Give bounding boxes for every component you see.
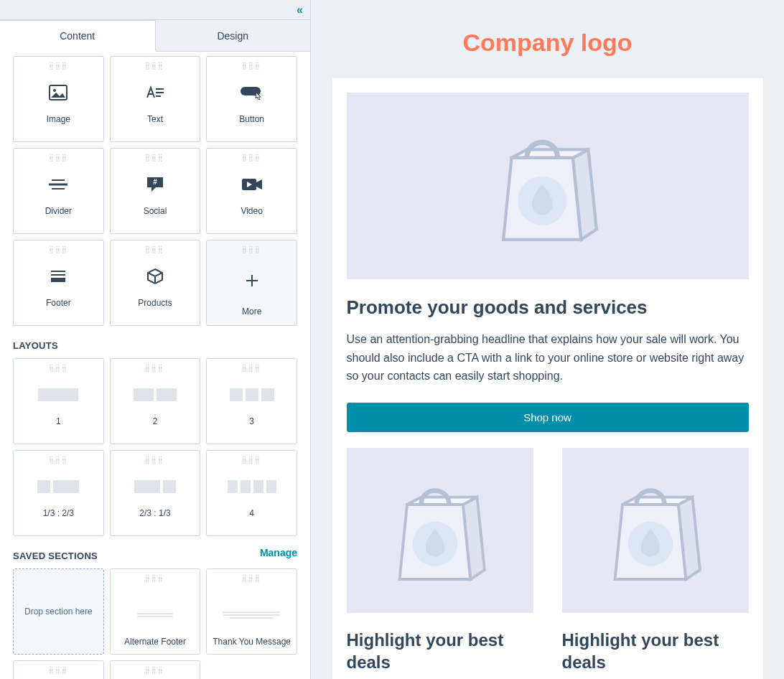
tile-label: Products	[138, 298, 172, 308]
svg-point-2	[53, 89, 56, 92]
tile-products[interactable]: ⠿⠿⠿⠿⠿⠿ Products	[110, 240, 201, 326]
company-logo-text[interactable]: Company logo	[332, 29, 763, 57]
layouts-heading: LAYOUTS	[13, 340, 297, 351]
social-icon: #	[146, 172, 164, 197]
drag-handle-icon: ⠿⠿⠿⠿⠿⠿	[145, 156, 164, 161]
layout-tiles: ⠿⠿⠿⠿⠿⠿1⠿⠿⠿⠿⠿⠿2⠿⠿⠿⠿⠿⠿3⠿⠿⠿⠿⠿⠿1/3 : 2/3⠿⠿⠿⠿…	[13, 358, 297, 536]
tile-social[interactable]: ⠿⠿⠿⠿⠿⠿ # Social	[110, 148, 201, 234]
drag-handle-icon: ⠿⠿⠿⠿⠿⠿	[49, 458, 68, 464]
layout-label: 4	[249, 508, 254, 518]
drag-handle-icon: ⠿⠿⠿⠿⠿⠿	[242, 64, 261, 70]
footer-icon	[50, 263, 67, 289]
plus-icon	[245, 268, 259, 294]
tile-more[interactable]: ⠿⠿⠿⠿⠿⠿ More	[206, 240, 297, 326]
drag-handle-icon: ⠿⠿⠿⠿⠿⠿	[242, 366, 261, 372]
saved-label: Thank You Message	[207, 637, 297, 647]
tile-button[interactable]: ⠿⠿⠿⠿⠿⠿ Button	[206, 56, 297, 142]
saved-section-extra-2[interactable]: ⠿⠿⠿⠿⠿⠿	[110, 660, 201, 679]
saved-sections-heading: SAVED SECTIONS	[13, 551, 98, 561]
tile-footer[interactable]: ⠿⠿⠿⠿⠿⠿ Footer	[13, 240, 104, 326]
layout-label: 1	[56, 416, 61, 426]
hero-image-placeholder[interactable]	[347, 93, 749, 279]
drag-handle-icon: ⠿⠿⠿⠿⠿⠿	[49, 64, 68, 70]
drag-handle-icon: ⠿⠿⠿⠿⠿⠿	[49, 668, 68, 674]
drag-handle-icon: ⠿⠿⠿⠿⠿⠿	[242, 458, 261, 464]
tile-label: Button	[239, 114, 264, 124]
drag-handle-icon: ⠿⠿⠿⠿⠿⠿	[145, 458, 164, 464]
two-column-row: Highlight your best deals Highlight your…	[347, 448, 749, 673]
email-body: Promote your goods and services Use an a…	[332, 78, 763, 679]
collapse-icon[interactable]: «	[297, 4, 303, 17]
layout-preview	[134, 474, 176, 500]
layout-tile-3[interactable]: ⠿⠿⠿⠿⠿⠿3	[206, 358, 297, 444]
collapse-bar: «	[0, 0, 310, 20]
shopping-bag-icon	[388, 477, 491, 584]
layout-preview	[38, 382, 78, 408]
layout-tile-4[interactable]: ⠿⠿⠿⠿⠿⠿4	[206, 450, 297, 536]
drop-section-zone[interactable]: Drop section here	[13, 568, 104, 655]
drag-handle-icon: ⠿⠿⠿⠿⠿⠿	[242, 156, 261, 161]
layout-preview	[228, 474, 276, 500]
tile-label: Video	[241, 206, 262, 216]
drag-handle-icon: ⠿⠿⠿⠿⠿⠿	[49, 156, 68, 161]
image-icon	[49, 80, 67, 106]
tab-content[interactable]: Content	[0, 20, 156, 52]
tile-label: Divider	[45, 206, 72, 216]
column-2: Highlight your best deals	[562, 448, 749, 673]
svg-text:#: #	[153, 178, 157, 186]
saved-section-extra-1[interactable]: ⠿⠿⠿⠿⠿⠿	[13, 660, 104, 679]
manage-link[interactable]: Manage	[260, 547, 297, 558]
layout-tile-2-3---1-3[interactable]: ⠿⠿⠿⠿⠿⠿2/3 : 1/3	[110, 450, 201, 536]
layout-tile-1-3---2-3[interactable]: ⠿⠿⠿⠿⠿⠿1/3 : 2/3	[13, 450, 104, 536]
hero-body-text[interactable]: Use an attention-grabbing headline that …	[347, 330, 749, 385]
layout-label: 2/3 : 1/3	[139, 508, 170, 518]
column-headline[interactable]: Highlight your best deals	[347, 629, 533, 673]
saved-tiles: Drop section here ⠿⠿⠿⠿⠿⠿ Alternate Foote…	[13, 568, 297, 679]
layout-preview	[134, 382, 177, 408]
tile-label: Text	[147, 114, 163, 124]
email-template: Company logo Promote your goods and serv…	[332, 29, 763, 679]
sidebar-tabs: Content Design	[0, 20, 310, 52]
column-1: Highlight your best deals	[347, 448, 533, 673]
layout-label: 3	[249, 416, 254, 426]
editor-sidebar: « Content Design ⠿⠿⠿⠿⠿⠿ Image ⠿⠿⠿⠿⠿⠿ Tex…	[0, 0, 311, 679]
sidebar-scroll[interactable]: ⠿⠿⠿⠿⠿⠿ Image ⠿⠿⠿⠿⠿⠿ Text ⠿⠿⠿⠿⠿⠿ Button	[0, 52, 310, 679]
tile-label: Image	[47, 114, 70, 124]
column-image-placeholder[interactable]	[347, 448, 533, 613]
tile-text[interactable]: ⠿⠿⠿⠿⠿⠿ Text	[110, 56, 201, 142]
drag-handle-icon: ⠿⠿⠿⠿⠿⠿	[145, 64, 164, 70]
shopping-bag-icon	[604, 477, 706, 584]
products-icon	[146, 263, 164, 289]
content-tiles: ⠿⠿⠿⠿⠿⠿ Image ⠿⠿⠿⠿⠿⠿ Text ⠿⠿⠿⠿⠿⠿ Button	[13, 56, 297, 326]
layout-preview	[37, 474, 79, 500]
hero-headline[interactable]: Promote your goods and services	[347, 296, 749, 319]
tab-design[interactable]: Design	[156, 20, 311, 51]
preview-canvas[interactable]: Company logo Promote your goods and serv…	[311, 0, 784, 679]
drag-handle-icon: ⠿⠿⠿⠿⠿⠿	[49, 248, 68, 253]
saved-label: Alternate Footer	[111, 637, 200, 647]
video-icon	[242, 172, 262, 197]
column-image-placeholder[interactable]	[562, 448, 749, 613]
shopping-bag-icon	[491, 127, 604, 245]
tile-divider[interactable]: ⠿⠿⠿⠿⠿⠿ Divider	[13, 148, 104, 234]
column-headline[interactable]: Highlight your best deals	[562, 629, 749, 673]
text-icon	[145, 80, 165, 106]
drag-handle-icon: ⠿⠿⠿⠿⠿⠿	[242, 576, 261, 582]
tile-label: More	[242, 306, 261, 317]
tile-label: Social	[144, 206, 167, 216]
tile-label: Footer	[46, 298, 71, 308]
drag-handle-icon: ⠿⠿⠿⠿⠿⠿	[145, 248, 164, 253]
drop-label: Drop section here	[24, 607, 93, 617]
saved-section-alternate-footer[interactable]: ⠿⠿⠿⠿⠿⠿ Alternate Footer	[110, 568, 201, 655]
tile-video[interactable]: ⠿⠿⠿⠿⠿⠿ Video	[206, 148, 297, 234]
layout-tile-1[interactable]: ⠿⠿⠿⠿⠿⠿1	[13, 358, 104, 444]
shop-now-button[interactable]: Shop now	[347, 403, 749, 432]
layout-label: 1/3 : 2/3	[43, 508, 74, 518]
tile-image[interactable]: ⠿⠿⠿⠿⠿⠿ Image	[13, 56, 104, 142]
drag-handle-icon: ⠿⠿⠿⠿⠿⠿	[49, 366, 68, 372]
drag-handle-icon: ⠿⠿⠿⠿⠿⠿	[145, 576, 164, 582]
saved-section-thank-you[interactable]: ⠿⠿⠿⠿⠿⠿ Thank You Message	[206, 568, 297, 655]
layout-tile-2[interactable]: ⠿⠿⠿⠿⠿⠿2	[110, 358, 201, 444]
drag-handle-icon: ⠿⠿⠿⠿⠿⠿	[242, 248, 261, 253]
layout-preview	[230, 382, 274, 408]
